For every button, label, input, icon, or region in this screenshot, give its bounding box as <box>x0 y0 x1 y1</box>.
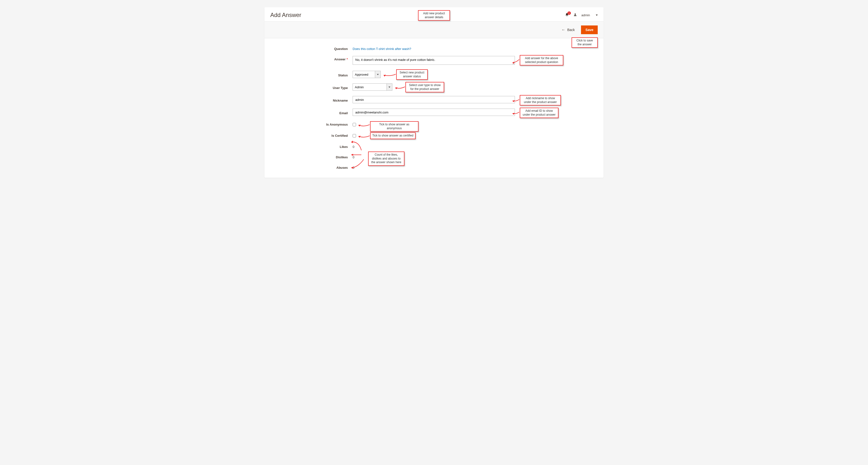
row-likes: Likes 0 <box>270 144 598 149</box>
answer-input[interactable] <box>352 56 515 65</box>
callout-status: Select new product answer status <box>396 69 428 80</box>
header-right: 1 admin <box>565 13 598 18</box>
anonymous-checkbox[interactable] <box>352 123 356 126</box>
callout-usertype: Select user type to show for the product… <box>405 82 444 92</box>
label-certified: Is Certified <box>270 133 352 138</box>
page-header: Add Answer 1 admin Add new product answe… <box>265 7 603 22</box>
usertype-select[interactable] <box>352 83 392 91</box>
label-dislikes: Dislikes <box>270 154 352 159</box>
form-area: Click to save the answer Question Does t… <box>265 38 603 178</box>
label-question: Question <box>270 46 352 51</box>
certified-checkbox[interactable] <box>352 134 356 138</box>
arrow-left-icon: ← <box>561 28 565 32</box>
actions-bar: ← Back Save <box>265 22 603 38</box>
label-email: Email <box>270 110 352 115</box>
chevron-down-icon <box>377 74 379 75</box>
abuses-value: 0 <box>352 164 354 170</box>
usertype-dropdown-button[interactable] <box>386 83 392 91</box>
callout-email: Add email ID to show under the product a… <box>520 108 558 118</box>
question-link[interactable]: Does this cotton T-shirt shrink after wa… <box>352 46 411 51</box>
user-icon <box>573 13 577 18</box>
label-anonymous: Is Anonymous <box>270 121 352 126</box>
chevron-down-icon <box>389 87 391 88</box>
dislikes-value: 0 <box>352 154 354 159</box>
row-question: Question Does this cotton T-shirt shrink… <box>270 46 598 51</box>
likes-value: 0 <box>352 144 354 149</box>
callout-nickname: Add nickname to show under the product a… <box>520 95 561 106</box>
username-label: admin <box>582 13 590 17</box>
row-email: Email Add email ID to show under the pro… <box>270 109 598 116</box>
status-value[interactable] <box>352 71 375 78</box>
row-abuses: Abuses 0 <box>270 164 598 170</box>
label-abuses: Abuses <box>270 164 352 170</box>
status-dropdown-button[interactable] <box>375 71 381 78</box>
label-answer: Answer* <box>270 56 352 61</box>
row-anonymous: Is Anonymous Tick to show answer as anon… <box>270 121 598 127</box>
row-dislikes: Dislikes 0 Count of the likes, dislikes … <box>270 154 598 159</box>
label-nickname: Nickname <box>270 97 352 102</box>
page-container: Add Answer 1 admin Add new product answe… <box>265 7 603 178</box>
notifications-button[interactable]: 1 <box>565 13 569 18</box>
callout-answer: Add answer for the above selected produc… <box>520 55 563 65</box>
user-menu[interactable]: admin <box>582 13 598 17</box>
callout-top: Add new product answer details <box>418 10 450 21</box>
callout-counts: Count of the likes, dislikes and abuses … <box>368 151 404 166</box>
back-label: Back <box>567 28 575 32</box>
row-certified: Is Certified Tick to show answer as cert… <box>270 133 598 138</box>
row-nickname: Nickname Add nickname to show under the … <box>270 96 598 103</box>
usertype-value[interactable] <box>352 83 386 91</box>
label-status: Status <box>270 72 352 77</box>
row-answer: Answer* Add answer for the above selecte… <box>270 56 598 65</box>
label-usertype: User Type <box>270 85 352 90</box>
label-likes: Likes <box>270 144 352 149</box>
chevron-down-icon <box>596 14 598 16</box>
callout-anonymous: Tick to show answer as anonymous <box>370 121 418 132</box>
email-input[interactable] <box>352 109 515 116</box>
back-button[interactable]: ← Back <box>558 25 578 34</box>
status-select[interactable] <box>352 71 381 78</box>
callout-certified: Tick to show answer as certified <box>370 133 415 139</box>
row-usertype: User Type Select user type to show for t… <box>270 83 598 91</box>
nickname-input[interactable] <box>352 96 515 103</box>
notifications-badge: 1 <box>567 11 571 15</box>
row-status: Status Select new product answer status <box>270 71 598 78</box>
page-title: Add Answer <box>270 12 301 19</box>
save-button[interactable]: Save <box>581 25 598 34</box>
